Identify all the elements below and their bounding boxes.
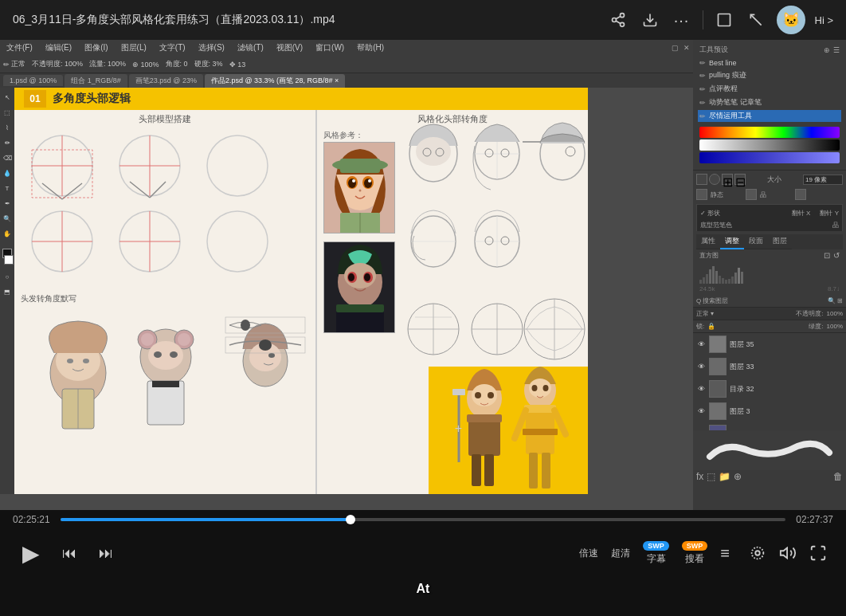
download-icon[interactable] — [639, 9, 661, 31]
svg-point-29 — [67, 359, 73, 363]
hi-label[interactable]: Hi > — [815, 14, 833, 26]
swip2-control[interactable]: SWP 搜看 — [682, 541, 708, 566]
fullscreen-btn[interactable] — [809, 544, 827, 562]
menu-select[interactable]: 选择(S) — [195, 42, 228, 53]
layer-normal-mode[interactable]: 正常 ▾ — [696, 309, 714, 318]
panel-new-icon[interactable]: ⊕ — [824, 46, 830, 54]
layer-item-33[interactable]: 👁 图层 33 — [693, 355, 846, 378]
menu-text[interactable]: 文字(T) — [156, 42, 189, 53]
layer-add-style-icon[interactable]: fx — [696, 471, 703, 482]
tool-preset-item-3[interactable]: ✏点评教程 — [698, 83, 841, 95]
tab-psd1[interactable]: 1.psd @ 100% — [3, 75, 63, 86]
list-control[interactable]: ≡ — [720, 544, 730, 563]
time-start: 02:25:21 — [13, 514, 51, 525]
play-button[interactable]: ▶ — [19, 537, 43, 570]
svg-point-40 — [170, 351, 178, 358]
svg-line-7 — [750, 14, 761, 25]
tool-eraser[interactable]: ⌫ — [1, 151, 14, 164]
menu-filter[interactable]: 滤镜(T) — [234, 42, 267, 53]
progress-track[interactable] — [61, 518, 785, 521]
svg-point-79 — [485, 149, 493, 157]
tool-preset-item-2[interactable]: ✏pulling 痕迹 — [698, 69, 841, 81]
svg-rect-41 — [147, 381, 184, 425]
next-button[interactable]: ⏭ — [96, 542, 116, 565]
layer-item-3[interactable]: 👁 图层 3 — [693, 400, 846, 422]
svg-point-39 — [154, 351, 162, 358]
tool-text[interactable]: T — [1, 182, 14, 194]
hist-icon-2[interactable]: ↺ — [833, 251, 840, 260]
layer-mask-icon[interactable]: ⬚ — [707, 471, 715, 482]
more-icon[interactable]: ··· — [671, 9, 693, 31]
tab-layers[interactable]: 图层 — [768, 234, 792, 249]
swip1-control[interactable]: SWP 字幕 — [643, 541, 669, 566]
layer-item-dir32[interactable]: 👁 目录 32 — [693, 378, 846, 400]
menu-view[interactable]: 视图(V) — [273, 42, 306, 53]
static-check[interactable] — [696, 189, 707, 200]
tool-lasso[interactable]: ⌇ — [1, 121, 14, 134]
svg-rect-109 — [452, 389, 465, 395]
tool-preset-item-5[interactable]: ✏尽情运用工具 — [698, 110, 841, 122]
layer-filter-icon[interactable]: ⊞ — [837, 297, 843, 304]
align-btn[interactable]: ⊞ — [722, 174, 733, 185]
menu-help[interactable]: 帮助(H) — [354, 42, 387, 53]
tutorial-header: 01 多角度头部逻辑 — [14, 88, 588, 110]
prev-button[interactable]: ⏮ — [59, 542, 80, 565]
layer-new-icon[interactable]: ⊕ — [734, 471, 742, 482]
mode-check[interactable] — [746, 189, 757, 200]
tab-histogram[interactable]: 段面 — [744, 234, 768, 249]
eye-icon-3[interactable]: 👁 — [696, 406, 706, 416]
eye-icon-33[interactable]: 👁 — [696, 362, 706, 371]
tool-brush[interactable]: ✏ — [1, 136, 14, 149]
size-input[interactable] — [803, 175, 843, 185]
svg-rect-117 — [524, 405, 556, 413]
eye-icon-dir32[interactable]: 👁 — [696, 384, 706, 394]
tool-fill[interactable]: 💧 — [1, 167, 14, 179]
share-icon[interactable] — [607, 9, 629, 31]
tool-preset-item-4[interactable]: ✏动势笔笔 记章笔 — [698, 96, 841, 108]
tool-hand[interactable]: ✋ — [1, 227, 14, 240]
menu-layer[interactable]: 图层(L) — [118, 42, 150, 53]
menu-image[interactable]: 图像(I) — [81, 42, 111, 53]
tab-group[interactable]: 组合 1_RGB/8# — [65, 74, 127, 88]
tool-pen[interactable]: ✒ — [1, 197, 14, 210]
volume-btn[interactable] — [779, 544, 797, 562]
tool-zoom[interactable]: 🔍 — [1, 212, 14, 225]
svg-point-10 — [207, 135, 268, 196]
layer-search-icon[interactable]: 🔍 — [828, 297, 836, 304]
svg-rect-107 — [467, 414, 502, 422]
menu-edit[interactable]: 编辑(E) — [42, 42, 75, 53]
hd-control[interactable]: 超清 — [611, 547, 630, 560]
tool-select[interactable]: ⬚ — [1, 106, 14, 119]
shape-circle[interactable] — [709, 174, 720, 185]
tool-extra1[interactable]: ○ — [1, 270, 14, 283]
tab-brush23[interactable]: 画笔23.psd @ 23% — [129, 74, 203, 88]
eye-icon-35[interactable]: 👁 — [696, 339, 706, 349]
layer-item-35[interactable]: 👁 图层 35 — [693, 333, 846, 355]
shape-rect[interactable] — [696, 174, 707, 185]
tab-psd2[interactable]: 作品2.psd @ 33.3% (画笔 28, RGB/8# × — [205, 74, 345, 88]
svg-point-114 — [532, 385, 538, 391]
tool-move[interactable]: ↖ — [1, 91, 14, 104]
main-content: 文件(F) 编辑(E) 图像(I) 图层(L) 文字(T) 选择(S) 滤镜(T… — [0, 40, 846, 550]
cut-icon[interactable] — [745, 9, 767, 31]
ps-menubar: 文件(F) 编辑(E) 图像(I) 图层(L) 文字(T) 选择(S) 滤镜(T… — [0, 40, 693, 56]
tab-adjustments[interactable]: 调整 — [720, 234, 744, 249]
tab-properties[interactable]: 属性 — [696, 234, 720, 249]
histogram-area: 属性 调整 段面 图层 直方图 ⊡ ↺ — [693, 231, 846, 295]
menu-file[interactable]: 文件(F) — [3, 42, 36, 53]
quality-check[interactable] — [795, 189, 806, 200]
menu-window[interactable]: 窗口(W) — [312, 42, 347, 53]
crop-icon[interactable] — [713, 9, 735, 31]
target-icon-btn[interactable] — [749, 544, 766, 562]
avatar[interactable]: 🐱 — [777, 6, 805, 34]
layer-delete-icon[interactable]: 🗑 — [833, 471, 843, 482]
panel-menu-icon[interactable]: ☰ — [833, 46, 840, 54]
layer-group-icon[interactable]: 📁 — [719, 471, 730, 482]
progress-dot[interactable] — [346, 515, 355, 524]
tool-preset-item-1[interactable]: ✏Best line — [698, 58, 841, 68]
tool-extra2[interactable]: ⬒ — [1, 285, 14, 298]
dist-btn[interactable]: ⊟ — [734, 174, 746, 185]
speed-control[interactable]: 倍速 — [579, 547, 598, 560]
svg-line-4 — [616, 16, 621, 18]
hist-icon-1[interactable]: ⊡ — [824, 251, 830, 260]
